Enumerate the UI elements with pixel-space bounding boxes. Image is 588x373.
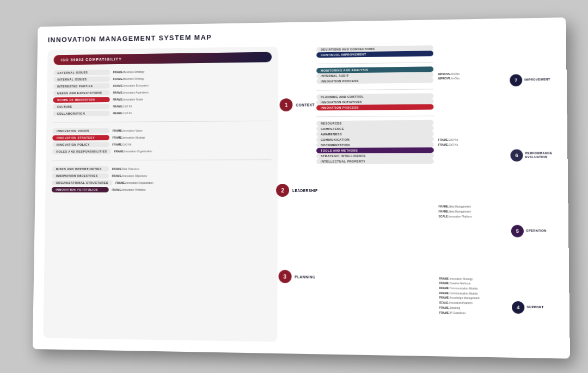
frame-tag: FRAME.Innovation Portfolios [112,188,145,191]
page-title: INNOVATION MANAGEMENT SYSTEM MAP [48,28,555,44]
section-numbers-left: 1 CONTEXT 2 LEADERSHIP 3 PLANNING [281,46,312,343]
list-item: ROLES AND RESPONSIBILITIES FRAME.Innovat… [52,148,272,154]
left-group-leadership: INNOVATION VISION FRAME.Innovation Visio… [52,127,272,154]
frame-tag: FRAME.Communication Models [439,287,507,291]
section-2: 2 LEADERSHIP [276,184,318,197]
item-label: INTERNAL ISSUES [53,76,110,82]
item-label: INNOVATION POLICY [52,142,109,147]
list-item: INTERESTED PARTIES FRAME.Innovation Ecos… [53,82,272,89]
frame-tag: FRAME.CxO Kit [113,111,132,115]
item-label: ROLES AND RESPONSIBILITIES [52,149,111,154]
frame-tag: FRAME.CxO Kit [438,139,506,142]
section-6-label: PERFORMANCEEVALUATION [525,151,553,159]
list-item: COLLABORATION FRAME.CxO Kit [53,109,272,116]
item-label: CULTURE [53,104,109,110]
frame-tag: FRAME.Innovation Organization [114,150,152,153]
divider [53,121,272,123]
circle-6: 6 [510,150,523,162]
frame-tag: FRAME.Innovation Strategy [113,136,145,139]
list-item: RISKS AND OPPORTUNITIES FRAME.Risk Toler… [52,166,271,172]
list-item: SCOPE OF INNOVATION FRAME.Innovation Sco… [53,95,271,103]
iso-header: ISO 56002 COMPATIBILITY [53,52,272,65]
list-item: INTERNAL ISSUES FRAME.Business Strategy [53,74,272,82]
frame-tag: FRAME.Idea Management [439,206,507,209]
center-group-performance: MONITORING AND ANALYSIS INTERNAL AUDIT I… [316,66,433,84]
item-label: INNOVATION OBJECTIVES [52,173,109,179]
section-6: 6 PERFORMANCEEVALUATION [510,149,556,161]
frame-tag: FRAME.IP Guidelines [439,311,507,316]
section-5: 5 OPERATION [511,225,557,238]
circle-2: 2 [276,184,289,197]
circle-7: 7 [510,74,522,86]
center-panel: DEVIATIONS AND CORRECTIONS CONTINUAL IMP… [316,44,435,344]
section-5-label: OPERATION [526,229,547,233]
circle-1: 1 [280,98,293,111]
item-label-highlight: INNOVATION PORTFOLIOS [52,187,109,192]
list-item: INNOVATION STRATEGY FRAME.Innovation Str… [52,134,271,141]
circle-4: 4 [512,301,524,314]
frame-tag: FRAME.Risk Tolerance [112,167,139,171]
frame-tag: IMPROVE.InnOps [438,77,505,81]
frame-tag: FRAME.Innovation Scope [113,98,143,101]
section-4: 4 SUPPORT [512,301,558,314]
list-item: INNOVATION POLICY FRAME.CxO Kit [52,141,271,147]
frame-tag: FRAME.Business Strategy [113,70,144,74]
frame-tag: FRAME.CxO Kit [112,143,131,146]
item-label: ORGANIZATIONAL STRUCTURES [52,180,113,185]
frame-tag: FRAME.Innovation Aspirations [113,91,149,95]
item-label: COLLABORATION [53,110,110,116]
divider [52,159,272,160]
list-item: INNOVATION OBJECTIVES FRAME.Innovation O… [52,173,271,178]
section-2-label: LEADERSHIP [292,188,318,192]
circle-5: 5 [511,225,524,238]
frame-tag: FRAME.Innovation Strategy [439,277,507,282]
section-7-label: IMPROVEMENT [524,78,550,82]
frame-tag: FRAME.Innovation Ecosystem [113,84,149,88]
center-item-highlight: CONTINUAL IMPROVEMENT [316,51,433,58]
section-1-label: CONTEXT [296,103,315,107]
far-right: 7 IMPROVEMENT 6 PERFORMANCEEVALUATION 5 … [510,42,559,346]
circle-3: 3 [278,270,291,283]
center-item: STRATEGIC INTELLIGENCE [316,153,434,159]
center-item: INNOVATION PROCESS [316,77,433,84]
system-map-page: INNOVATION MANAGEMENT SYSTEM MAP ISO 560… [33,17,570,359]
item-label: EXTERNAL ISSUES [53,70,110,76]
frame-tag: FRAME.Communication Models [439,292,507,296]
divider [316,89,433,90]
item-label: RISKS AND OPPORTUNITIES [52,166,109,172]
list-item: CULTURE FRAME.CxO Kit [53,102,272,109]
frame-tag: FRAME.Scouting [439,306,507,311]
frame-tag: FRAME.Creative Methods [439,282,507,287]
frame-tag: FRAME.Innovation Organization [115,181,153,184]
left-group-planning: RISKS AND OPPORTUNITIES FRAME.Risk Toler… [52,166,272,192]
list-item: INNOVATION VISION FRAME.Innovation Visio… [52,127,271,134]
main-content: ISO 56002 COMPATIBILITY EXTERNAL ISSUES … [43,42,558,346]
frame-tag: FRAME.Business Strategy [113,77,144,80]
center-item-highlight: INNOVATION PROCESS [316,104,433,111]
section-4-label: SUPPORT [526,306,543,310]
frame-tag: FRAME.CxO Kit [113,104,132,108]
item-label: NEEDS AND EXPECTATIONS [53,90,110,96]
item-label-highlight: INNOVATION STRATEGY [52,135,109,140]
iso-header-text: ISO 56002 COMPATIBILITY [61,55,265,63]
list-item: ORGANIZATIONAL STRUCTURES FRAME.Innovati… [52,180,271,185]
item-label: INNOVATION VISION [52,128,109,134]
frame-tag: FRAME.Innovation Objectives [112,174,148,177]
frame-tag: FRAME.Idea Management [439,210,507,214]
frame-tag: SCALE.Innovation Platform [439,302,507,306]
section-3-label: PLANNING [295,275,315,278]
list-item: NEEDS AND EXPECTATIONS FRAME.Innovation … [53,89,272,96]
divider [316,62,433,64]
frame-tag: FRAME.CxO Kit [438,144,506,147]
frame-tag: FRAME.Innovation Vision [113,129,143,132]
center-item: INTELLECTUAL PROPERTY [316,158,434,164]
divider [316,116,433,117]
center-group-operation: PLANNING AND CONTROL INNOVATION INITIATI… [316,93,433,110]
center-group-support: RESOURCES COMPETENCE AWARENESS COMMUNICA… [316,120,434,164]
section-7: 7 IMPROVEMENT [510,74,555,86]
list-item: INNOVATION PORTFOLIOS FRAME.Innovation P… [52,187,271,192]
left-groups: EXTERNAL ISSUES FRAME.Business Strategy … [52,67,272,192]
section-3: 3 PLANNING [278,270,315,283]
frame-tag: SCALE.Innovation Platform [439,215,507,219]
section-1: 1 CONTEXT [280,98,315,111]
